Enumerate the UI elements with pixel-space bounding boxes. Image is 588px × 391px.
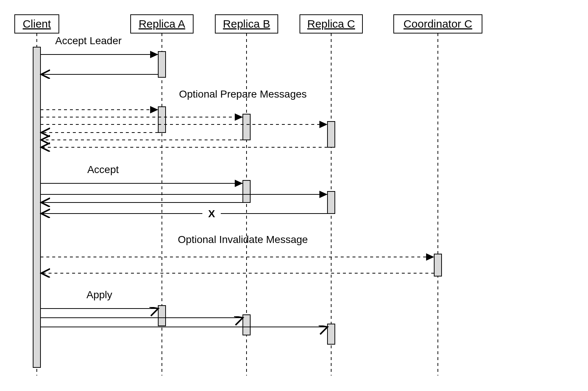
participant-replicaB-label: Replica B xyxy=(223,18,270,30)
label-accept: Accept xyxy=(87,164,119,175)
activation-A-prepare xyxy=(158,107,166,133)
label-optional-prepare: Optional Prepare Messages xyxy=(179,88,307,100)
label-optional-invalidate: Optional Invalidate Message xyxy=(178,234,308,245)
activation-B-prepare xyxy=(243,114,250,140)
activation-A-acceptleader xyxy=(158,52,166,77)
activation-A-apply xyxy=(158,306,166,326)
participant-coordinatorC-label: Coordinator C xyxy=(404,18,472,30)
sequence-diagram: Client Replica A Replica B Replica C Coo… xyxy=(7,7,581,383)
participant-client-label: Client xyxy=(23,18,51,30)
activation-C-apply xyxy=(327,324,335,344)
participant-replicaA-label: Replica A xyxy=(139,18,185,30)
activation-client xyxy=(33,47,40,367)
activation-C-prepare xyxy=(327,121,335,147)
activation-coord-invalidate xyxy=(434,254,442,276)
participant-replicaC-label: Replica C xyxy=(307,18,355,30)
activation-B-apply xyxy=(243,315,250,335)
fail-mark: X xyxy=(208,208,215,219)
label-accept-leader: Accept Leader xyxy=(55,35,122,46)
label-apply: Apply xyxy=(86,289,112,300)
activation-C-accept xyxy=(327,191,335,214)
activation-B-accept xyxy=(243,180,250,202)
